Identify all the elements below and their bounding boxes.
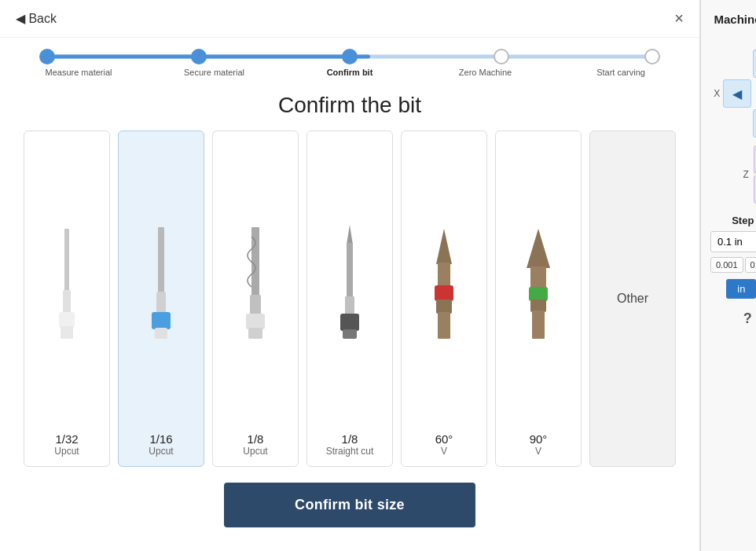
svg-rect-21 [438,312,450,339]
svg-rect-25 [530,299,546,312]
empty-bl [723,109,751,138]
z-axis-label: Z [743,169,749,180]
y-down-button[interactable]: ▼ [753,109,756,138]
step-labels: Measure material Secure material Confirm… [39,68,660,77]
bit-svg-90v [515,221,562,347]
svg-rect-0 [64,229,69,292]
svg-rect-15 [340,314,359,331]
step-label-1: Measure material [39,68,118,77]
step-dot-1 [39,49,55,64]
svg-rect-10 [246,314,265,329]
bit-type-90v: V [535,446,541,457]
bit-image-1-32 [31,141,103,426]
xy-grid: ▲ ◀ ▶ ▼ [723,50,756,138]
svg-marker-22 [527,229,550,268]
x-left-button[interactable]: ◀ [723,79,751,108]
bit-size-1-32: 1/32 [55,432,78,446]
svg-rect-7 [155,328,167,339]
bit-image-1-16 [125,141,197,426]
step-dot-4 [494,49,509,64]
right-panel: Machine controls Y X ▲ ◀ ▶ ▼ Z ▲ ▼ Step … [700,0,756,551]
back-button[interactable]: ◀ Back [16,11,57,26]
bit-size-1-16: 1/16 [149,432,172,446]
bit-size-1-8-straight: 1/8 [342,432,358,446]
bit-card-90v[interactable]: 90° V [495,130,582,467]
y-axis-label: Y [710,37,756,48]
unit-in-button[interactable]: in [726,279,756,299]
keyboard-row: ? ⌨ [710,308,756,329]
machine-controls-title: Machine controls [710,13,756,26]
bit-card-60v[interactable]: 60° V [401,130,487,467]
bit-svg-1-16 [138,221,185,347]
progress-track [39,49,660,64]
bit-type-1-32: Upcut [54,446,79,457]
svg-rect-6 [152,312,171,329]
xy-controls: X ▲ ◀ ▶ ▼ [710,50,756,138]
svg-rect-14 [345,296,354,315]
step-interval-label: Step interval [710,215,756,226]
preset-001[interactable]: 0.01 [745,257,756,273]
step-label-4: Zero Machine [446,68,525,77]
svg-rect-24 [529,287,548,301]
bit-card-1-8-straight[interactable]: 1/8 Straight cut [306,130,393,467]
bit-card-1-16-upcut[interactable]: 1/16 Upcut [118,130,204,467]
svg-rect-19 [435,285,453,301]
step-dot-2 [191,49,207,64]
svg-rect-1 [63,290,71,314]
bit-svg-1-8-straight [326,221,373,347]
svg-rect-3 [61,326,73,339]
bit-image-1-8-up [219,141,292,426]
svg-rect-26 [532,310,545,339]
step-interval-input[interactable] [710,231,756,252]
svg-rect-16 [343,329,357,339]
svg-rect-5 [156,292,166,314]
step-label-3: Confirm bit [310,68,389,77]
help-icon: ? [743,310,752,327]
confirm-bit-size-button[interactable]: Confirm bit size [224,483,475,527]
step-dot-3 [342,49,358,64]
bit-image-1-8-straight [314,141,386,426]
dots-row [39,49,660,64]
bit-type-60v: V [441,446,447,457]
bit-size-1-8-up: 1/8 [248,432,264,446]
bit-svg-1-8-up [232,221,279,347]
xy-center [753,79,756,108]
preset-0001[interactable]: 0.001 [710,257,743,273]
bit-card-1-32-upcut[interactable]: 1/32 Upcut [24,130,110,467]
svg-rect-20 [436,299,452,314]
page-title: Confirm the bit [0,93,699,118]
unit-buttons: in mm [710,279,756,299]
x-axis-label: X [714,88,720,99]
close-icon: × [674,9,684,27]
svg-rect-23 [530,266,546,288]
svg-rect-9 [250,295,261,315]
confirm-btn-container: Confirm bit size [0,467,699,551]
y-up-button[interactable]: ▲ [753,50,756,78]
bit-type-1-8-up: Upcut [243,446,267,457]
bit-card-1-8-upcut[interactable]: 1/8 Upcut [212,130,299,467]
empty-tl [723,50,751,78]
step-dot-5 [644,49,660,64]
svg-marker-12 [347,225,353,244]
step-label-2: Secure material [175,68,254,77]
close-button[interactable]: × [674,9,684,28]
progress-section: Measure material Secure material Confirm… [0,38,699,77]
svg-rect-11 [248,328,262,339]
svg-rect-18 [438,263,450,286]
bit-card-other[interactable]: Other [589,130,676,467]
svg-marker-17 [436,229,452,264]
svg-rect-2 [59,312,75,328]
bit-size-90v: 90° [530,432,548,446]
bit-image-90v [502,141,574,426]
bit-type-1-8-straight: Straight cut [326,446,374,457]
bit-image-60v [408,141,480,426]
bit-size-60v: 60° [435,432,453,446]
header: ◀ Back × [0,0,699,38]
z-controls: Z ▲ ▼ [710,145,756,204]
step-interval-section: Step interval 0.001 0.01 0.1 1 in mm [710,215,756,299]
bit-svg-1-32 [43,221,90,347]
bit-svg-60v [420,221,468,347]
back-label: ◀ Back [16,11,57,26]
step-presets: 0.001 0.01 0.1 1 [710,257,756,273]
bit-cards-container: 1/32 Upcut 1/16 Upcut [0,130,699,467]
